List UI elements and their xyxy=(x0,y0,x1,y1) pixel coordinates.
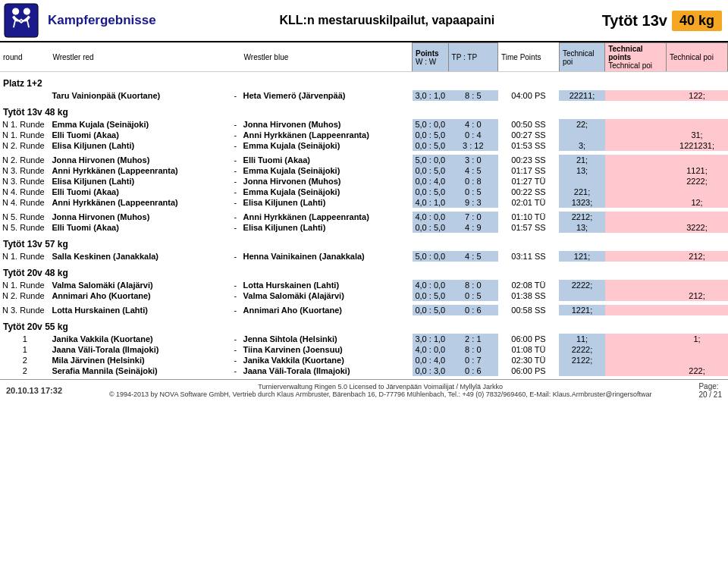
cell-tp1 xyxy=(605,280,667,290)
section-heading: Tytöt 20v 55 kg xyxy=(0,315,728,334)
cell-wrestler-red: Elli Tuomi (Akaa) xyxy=(49,187,230,197)
results-table: round Wrestler red Wrestler blue Points … xyxy=(0,42,728,376)
cell-tp1 xyxy=(605,119,667,130)
cell-dash: - xyxy=(230,130,240,140)
cell-time: 01:08 TÜ xyxy=(498,344,560,355)
cell-tp1 xyxy=(605,155,667,165)
cell-time: 00:27 SS xyxy=(498,130,560,140)
cell-ww: 0,0 : 4,0 xyxy=(413,176,449,187)
cell-tp2: 1221231; xyxy=(667,140,728,151)
cell-round: N 1. Runde xyxy=(0,251,49,262)
cell-tp2: 31; xyxy=(667,130,728,140)
cell-dash: - xyxy=(230,155,240,165)
cell-round: N 1. Runde xyxy=(0,280,49,290)
cell-points: 22211; xyxy=(559,90,604,101)
cell-tptp: 0 : 6 xyxy=(448,305,497,315)
cell-points: 1221; xyxy=(559,305,604,315)
cell-tp1 xyxy=(605,305,667,315)
cell-round: N 4. Runde xyxy=(0,197,49,208)
cell-tp1 xyxy=(605,290,667,301)
th-round: round xyxy=(0,43,49,72)
footer-datetime: 20.10.13 17:32 xyxy=(6,386,62,395)
cell-round: 2 xyxy=(0,365,49,376)
cell-wrestler-blue: Heta Viemerö (Järvenpää) xyxy=(241,90,413,101)
cell-tp2: 122; xyxy=(667,90,728,101)
table-row: 1Janika Vakkila (Kuortane)-Jenna Sihtola… xyxy=(0,334,728,344)
cell-tp1 xyxy=(605,251,667,262)
cell-tp2 xyxy=(667,355,728,365)
cell-ww: 0,0 : 5,0 xyxy=(413,130,449,140)
cell-wrestler-red: Anni Hyrkkänen (Lappeenranta) xyxy=(49,197,230,208)
weight-label: 40 kg xyxy=(672,11,722,31)
cell-dash: - xyxy=(230,165,240,176)
table-row: Taru Vainionpää (Kuortane)-Heta Viemerö … xyxy=(0,90,728,101)
cell-round: 2 xyxy=(0,355,49,365)
cell-tp1 xyxy=(605,176,667,187)
cell-tp1 xyxy=(605,212,667,222)
table-row: 2Mila Järvinen (Helsinki)-Janika Vakkila… xyxy=(0,355,728,365)
logo-icon xyxy=(4,3,39,38)
cell-tp2: 1121; xyxy=(667,165,728,176)
cell-ww: 4,0 : 1,0 xyxy=(413,197,449,208)
cell-dash: - xyxy=(230,334,240,344)
cell-dash: - xyxy=(230,355,240,365)
cell-tp2 xyxy=(667,119,728,130)
cell-dash: - xyxy=(230,90,240,101)
section-heading: Tytöt 13v 48 kg xyxy=(0,101,728,119)
cell-dash: - xyxy=(230,251,240,262)
cell-points: 11; xyxy=(559,334,604,344)
cell-wrestler-red: Elli Tuomi (Akaa) xyxy=(49,222,230,233)
cell-tptp: 0 : 8 xyxy=(448,176,497,187)
cell-time: 01:38 SS xyxy=(498,290,560,301)
section-heading: Tytöt 20v 48 kg xyxy=(0,262,728,280)
cell-points xyxy=(559,176,604,187)
table-row: N 1. RundeElli Tuomi (Akaa)-Anni Hyrkkän… xyxy=(0,130,728,140)
cell-dash: - xyxy=(230,197,240,208)
cell-round: N 3. Runde xyxy=(0,176,49,187)
cell-points: 2212; xyxy=(559,212,604,222)
cell-round: N 5. Runde xyxy=(0,222,49,233)
cell-time: 01:27 TÜ xyxy=(498,176,560,187)
cell-dash: - xyxy=(230,280,240,290)
title-section: KLL:n mestaruuskilpailut, vapaapaini xyxy=(178,0,596,41)
table-row: N 3. RundeAnni Hyrkkänen (Lappeenranta)-… xyxy=(0,165,728,176)
category-section: Tytöt 13v 40 kg xyxy=(596,0,728,41)
cell-dash: - xyxy=(230,187,240,197)
cell-round: N 1. Runde xyxy=(0,119,49,130)
cell-points: 3; xyxy=(559,140,604,151)
cell-wrestler-blue: Tiina Karvinen (Joensuu) xyxy=(241,344,413,355)
cell-tptp: 3 : 0 xyxy=(448,155,497,165)
cell-tp2: 212; xyxy=(667,251,728,262)
cell-time: 00:23 SS xyxy=(498,155,560,165)
cell-wrestler-red: Janika Vakkila (Kuortane) xyxy=(49,334,230,344)
th-points: Technical poi xyxy=(559,43,604,72)
cell-dash: - xyxy=(230,344,240,355)
cell-points: 121; xyxy=(559,251,604,262)
table-row: N 5. RundeJonna Hirvonen (Muhos)-Anni Hy… xyxy=(0,212,728,222)
table-row: 1Jaana Väli-Torala (Ilmajoki)-Tiina Karv… xyxy=(0,344,728,355)
cell-tptp: 9 : 3 xyxy=(448,197,497,208)
cell-ww: 0,0 : 5,0 xyxy=(413,165,449,176)
table-row: N 1. RundeSalla Keskinen (Janakkala)-Hen… xyxy=(0,251,728,262)
cell-tp1 xyxy=(605,90,667,101)
cell-round: N 2. Runde xyxy=(0,290,49,301)
cell-ww: 0,0 : 5,0 xyxy=(413,305,449,315)
table-row: N 4. RundeAnni Hyrkkänen (Lappeenranta)-… xyxy=(0,197,728,208)
cell-dash: - xyxy=(230,140,240,151)
table-row: N 1. RundeEmma Kujala (Seinäjoki)-Jonna … xyxy=(0,119,728,130)
cell-ww: 3,0 : 1,0 xyxy=(413,334,449,344)
cell-wrestler-blue: Annimari Aho (Kuortane) xyxy=(241,305,413,315)
cell-ww: 3,0 : 1,0 xyxy=(413,90,449,101)
cell-tp2: 12; xyxy=(667,197,728,208)
footer-page: Page: 20 / 21 xyxy=(698,382,722,399)
logo-section xyxy=(0,0,42,41)
cell-wrestler-red: Elisa Kiljunen (Lahti) xyxy=(49,176,230,187)
cell-wrestler-blue: Elisa Kiljunen (Lahti) xyxy=(241,222,413,233)
cell-wrestler-blue: Jaana Väli-Torala (Ilmajoki) xyxy=(241,365,413,376)
cell-dash: - xyxy=(230,222,240,233)
cell-dash: - xyxy=(230,119,240,130)
cell-points xyxy=(559,130,604,140)
cell-tp2 xyxy=(667,344,728,355)
cell-time: 02:08 TÜ xyxy=(498,280,560,290)
cell-wrestler-blue: Valma Salomäki (Alajärvi) xyxy=(241,290,413,301)
